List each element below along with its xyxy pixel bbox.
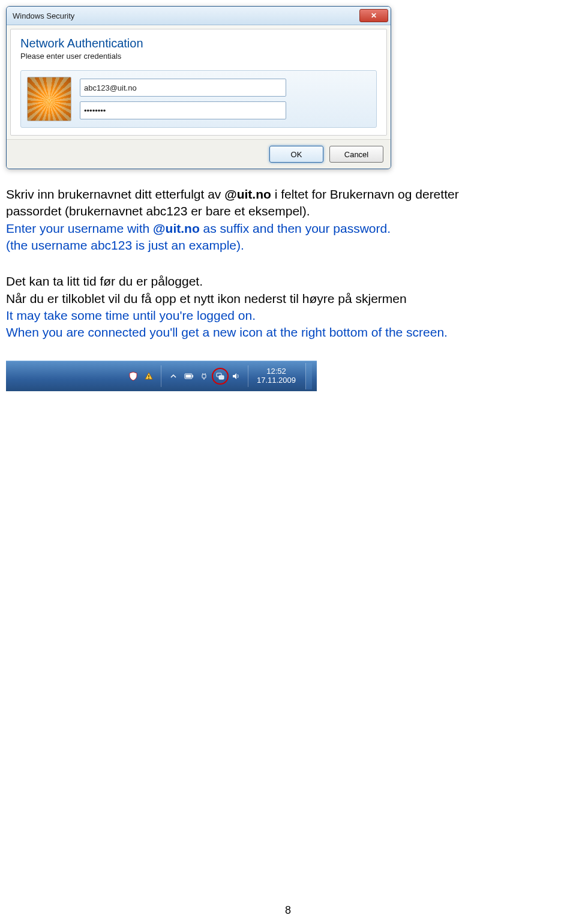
username-input[interactable] bbox=[80, 79, 286, 97]
dialog-button-row: OK Cancel bbox=[7, 139, 391, 169]
password-input[interactable] bbox=[80, 101, 286, 119]
show-desktop-button[interactable] bbox=[305, 363, 312, 389]
text: passordet (brukernavnet abc123 er bare e… bbox=[6, 204, 310, 218]
text: i feltet for Brukernavn og deretter bbox=[271, 187, 459, 201]
dialog-heading: Network Authentication bbox=[20, 37, 377, 50]
dialog-body: Network Authentication Please enter user… bbox=[10, 29, 387, 136]
cancel-button-label: Cancel bbox=[344, 150, 368, 159]
svg-rect-10 bbox=[219, 376, 224, 379]
text: Det kan ta litt tid før du er pålogget. bbox=[6, 274, 203, 288]
power-plug-icon[interactable] bbox=[199, 370, 211, 382]
dialog-title: Windows Security bbox=[13, 11, 74, 20]
svg-rect-1 bbox=[148, 378, 149, 379]
svg-rect-0 bbox=[148, 375, 149, 377]
svg-rect-5 bbox=[202, 374, 206, 378]
clock-date: 17.11.2009 bbox=[257, 376, 296, 385]
chevron-up-icon[interactable] bbox=[167, 370, 179, 382]
dialog-subtext: Please enter user credentials bbox=[20, 52, 377, 61]
warning-icon[interactable] bbox=[143, 370, 155, 382]
credential-inputs bbox=[80, 79, 370, 119]
dialog-titlebar[interactable]: Windows Security ✕ bbox=[7, 7, 391, 25]
text-en: Enter your username with bbox=[6, 221, 153, 235]
windows-security-dialog: Windows Security ✕ Network Authenticatio… bbox=[6, 6, 391, 169]
system-tray: 12:52 17.11.2009 bbox=[6, 361, 317, 391]
text: Skriv inn brukernavnet ditt etterfulgt a… bbox=[6, 187, 224, 201]
user-avatar-icon bbox=[27, 77, 71, 121]
cancel-button[interactable]: Cancel bbox=[329, 146, 383, 163]
close-icon: ✕ bbox=[371, 11, 377, 20]
ok-button[interactable]: OK bbox=[269, 146, 323, 163]
text-en: It may take some time until you're logge… bbox=[6, 308, 256, 322]
text-en: as suffix and then your password. bbox=[200, 221, 391, 235]
tray-separator bbox=[248, 365, 248, 387]
text-en: (the username abc123 is just an example)… bbox=[6, 238, 244, 252]
shield-icon[interactable] bbox=[127, 370, 139, 382]
instruction-paragraph-2: Det kan ta litt tid før du er pålogget. … bbox=[6, 273, 570, 341]
battery-icon[interactable] bbox=[183, 370, 195, 382]
volume-icon[interactable] bbox=[230, 370, 242, 382]
text: Når du er tilkoblet vil du få opp et nyt… bbox=[6, 292, 407, 305]
text-en: When you are connected you'll get a new … bbox=[6, 325, 448, 339]
text-bold: @uit.no bbox=[224, 187, 271, 201]
network-icon[interactable] bbox=[214, 370, 226, 382]
ok-button-label: OK bbox=[291, 150, 302, 159]
svg-rect-3 bbox=[192, 375, 193, 377]
text-en-bold: @uit.no bbox=[153, 221, 200, 235]
system-clock[interactable]: 12:52 17.11.2009 bbox=[254, 367, 298, 385]
svg-rect-4 bbox=[185, 374, 191, 377]
credentials-box bbox=[20, 70, 377, 128]
page-number: 8 bbox=[0, 904, 576, 917]
clock-time: 12:52 bbox=[257, 367, 296, 376]
taskbar-tray-screenshot: 12:52 17.11.2009 bbox=[6, 361, 576, 391]
close-button[interactable]: ✕ bbox=[359, 9, 388, 22]
instruction-paragraph-1: Skriv inn brukernavnet ditt etterfulgt a… bbox=[6, 186, 570, 254]
tray-separator bbox=[161, 365, 161, 387]
